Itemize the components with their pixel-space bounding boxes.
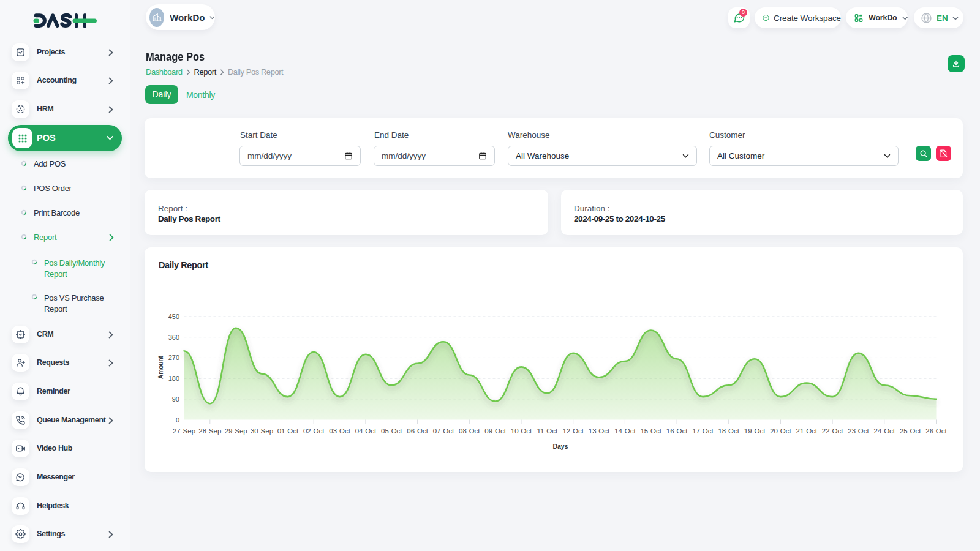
svg-text:0: 0 [176, 416, 179, 424]
svg-text:27-Sep: 27-Sep [173, 427, 195, 435]
svg-text:270: 270 [168, 354, 179, 361]
svg-text:26-Oct: 26-Oct [925, 427, 947, 435]
svg-text:08-Oct: 08-Oct [459, 427, 480, 435]
svg-text:90: 90 [172, 395, 179, 403]
svg-text:12-Oct: 12-Oct [562, 427, 584, 435]
svg-text:24-Oct: 24-Oct [874, 427, 895, 435]
svg-text:30-Sep: 30-Sep [251, 427, 273, 435]
svg-text:02-Oct: 02-Oct [303, 427, 325, 435]
svg-text:11-Oct: 11-Oct [537, 427, 557, 435]
svg-text:16-Oct: 16-Oct [666, 427, 688, 435]
svg-text:14-Oct: 14-Oct [614, 427, 636, 435]
svg-text:17-Oct: 17-Oct [692, 427, 714, 435]
svg-text:15-Oct: 15-Oct [640, 427, 662, 435]
svg-text:01-Oct: 01-Oct [277, 427, 299, 435]
svg-text:29-Sep: 29-Sep [225, 427, 247, 435]
svg-text:05-Oct: 05-Oct [381, 427, 402, 435]
svg-text:25-Oct: 25-Oct [900, 427, 921, 435]
svg-text:10-Oct: 10-Oct [511, 427, 532, 435]
svg-text:450: 450 [168, 313, 179, 320]
svg-text:20-Oct: 20-Oct [770, 427, 791, 435]
svg-text:07-Oct: 07-Oct [433, 427, 454, 435]
svg-text:19-Oct: 19-Oct [744, 427, 766, 435]
svg-text:04-Oct: 04-Oct [355, 427, 377, 435]
svg-text:06-Oct: 06-Oct [407, 427, 428, 435]
svg-text:18-Oct: 18-Oct [718, 427, 739, 435]
svg-text:28-Sep: 28-Sep [198, 427, 221, 435]
svg-text:03-Oct: 03-Oct [329, 427, 350, 435]
svg-text:09-Oct: 09-Oct [484, 427, 506, 435]
svg-text:13-Oct: 13-Oct [589, 427, 610, 435]
svg-text:22-Oct: 22-Oct [822, 427, 843, 435]
svg-text:23-Oct: 23-Oct [848, 427, 869, 435]
svg-text:21-Oct: 21-Oct [796, 427, 818, 435]
svg-text:180: 180 [168, 375, 179, 382]
svg-text:Amount: Amount [157, 355, 164, 378]
svg-text:Days: Days [552, 443, 568, 450]
svg-text:360: 360 [168, 334, 179, 341]
